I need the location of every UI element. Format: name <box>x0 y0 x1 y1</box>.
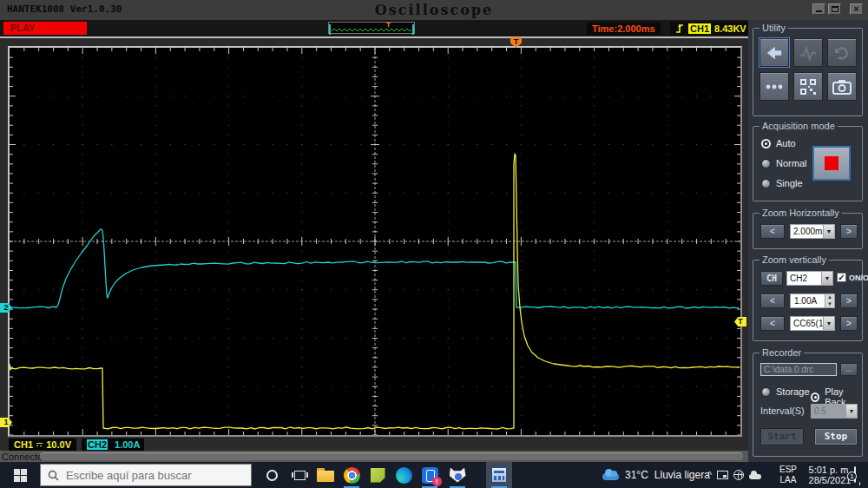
storage-radio[interactable]: Storage <box>761 386 810 397</box>
interval-select[interactable]: 0.5 ▼ <box>811 404 858 419</box>
acq-normal-radio[interactable]: Normal <box>761 158 806 168</box>
scope-screen[interactable] <box>8 46 742 437</box>
more-options-button[interactable] <box>760 72 789 101</box>
probe-select[interactable]: CC65(1m ▼ <box>790 316 835 331</box>
probe-increase-button[interactable]: > <box>840 316 858 331</box>
keyboard-code: LAA <box>779 475 797 485</box>
record-file-path-field[interactable]: C:\data.0.drc <box>760 363 837 376</box>
network-tray-icon[interactable] <box>733 470 744 480</box>
chevron-down-icon: ▼ <box>845 405 857 418</box>
preview-trigger-marker: T <box>386 21 391 29</box>
onoff-label: ON/OFF <box>849 274 868 282</box>
language-indicator[interactable]: ESP LAA <box>779 465 797 485</box>
action-center-button[interactable]: 1 <box>854 467 856 483</box>
start-button[interactable] <box>0 462 40 488</box>
task-view-icon <box>294 471 306 480</box>
screenshot-button[interactable] <box>827 72 857 101</box>
chevron-down-icon: ▼ <box>823 317 834 330</box>
recorder-group: Recorder C:\data.0.drc ... Storage Play … <box>753 353 863 457</box>
channel-select[interactable]: CH2 ▼ <box>786 271 833 286</box>
edge-button[interactable] <box>391 462 417 488</box>
recorder-group-label: Recorder <box>760 347 804 358</box>
acq-auto-radio[interactable]: Auto <box>761 138 796 148</box>
weather-condition: Lluvia ligera <box>654 469 710 481</box>
acq-normal-label: Normal <box>776 158 806 168</box>
chevron-down-icon: ▼ <box>821 272 832 285</box>
weather-cloud-icon <box>602 473 619 480</box>
spinner-arrows-icon[interactable]: ▲▼ <box>825 294 834 307</box>
file-explorer-button[interactable] <box>312 462 339 488</box>
minimize-button[interactable] <box>812 3 825 15</box>
acq-single-radio[interactable]: Single <box>761 178 803 188</box>
trigger-source-label: CH1 <box>688 23 711 34</box>
weather-temp: 31°C <box>625 469 648 481</box>
acq-single-label: Single <box>776 178 803 188</box>
ch1-label: CH1 <box>14 439 33 450</box>
radio-selected-icon <box>811 392 819 402</box>
weather-widget[interactable]: 31°C Lluvia ligera <box>602 462 710 488</box>
channel-onoff-toggle[interactable]: ✓ ON/OFF <box>837 273 868 282</box>
oscilloscope-app-button[interactable] <box>486 462 512 488</box>
qr-code-button[interactable] <box>793 72 823 101</box>
waveform-tool-button[interactable] <box>793 38 823 67</box>
scale-spinner[interactable]: 1.00A ▲▼ <box>790 293 835 308</box>
search-input[interactable] <box>66 469 244 482</box>
utility-app-icon <box>450 468 466 483</box>
phone-app-icon: ! <box>422 467 438 484</box>
task-view-button[interactable] <box>286 462 312 488</box>
timebase-increase-button[interactable]: > <box>840 224 858 239</box>
status-bar: Connected <box>0 451 748 462</box>
zoom-horizontal-group: Zoom Horizontally < 2.000ms ▼ > <box>753 213 863 249</box>
play-button[interactable]: PLAY <box>3 22 87 35</box>
dc-coupling-icon <box>36 443 43 446</box>
tray-expand-chevron[interactable]: ^ <box>707 470 712 480</box>
chrome-button[interactable] <box>339 462 365 488</box>
language-code: ESP <box>779 465 797 475</box>
scale-increase-button[interactable]: > <box>840 293 858 308</box>
scale-value: 1.00A <box>791 294 825 307</box>
timebase-readout: Time:2.000ms <box>587 23 661 35</box>
back-button[interactable] <box>760 38 789 67</box>
undo-arrow-icon <box>833 45 851 61</box>
sticky-notes-button[interactable] <box>365 462 391 488</box>
radio-icon <box>761 159 771 168</box>
search-icon <box>48 470 59 481</box>
close-button[interactable]: × <box>850 3 863 15</box>
camera-icon <box>832 79 852 95</box>
record-start-button[interactable]: Start <box>760 428 804 445</box>
chrome-icon <box>344 467 360 484</box>
undo-button[interactable] <box>827 38 857 67</box>
phone-app-button[interactable]: ! <box>417 462 443 488</box>
onedrive-tray-icon[interactable] <box>749 474 761 479</box>
record-stop-button[interactable]: Stop <box>814 428 858 445</box>
system-tray: ^ <box>707 462 761 488</box>
ch2-label: CH2 <box>87 439 108 450</box>
display-tray-icon[interactable] <box>717 471 728 479</box>
ch2-scale-value: 1.00A <box>115 439 140 450</box>
radio-icon <box>761 179 771 188</box>
timebase-decrease-button[interactable]: < <box>760 224 785 239</box>
folder-icon <box>317 471 334 482</box>
channel-button[interactable]: CH <box>760 271 783 286</box>
timebase-select[interactable]: 2.000ms ▼ <box>790 224 835 239</box>
trigger-edge-icon <box>675 23 685 34</box>
action-center-badge: 1 <box>847 472 857 481</box>
waveform-preview[interactable]: T <box>328 22 415 34</box>
title-bar: HANTEK1008 Ver1.0.30 Oscilloscope × <box>0 0 868 20</box>
timebase-value: 2.000ms <box>791 225 823 238</box>
taskbar-search[interactable] <box>40 464 252 486</box>
utility-app-button[interactable] <box>444 462 470 488</box>
maximize-button[interactable] <box>828 3 841 15</box>
cortana-button[interactable] <box>257 462 286 488</box>
trigger-level-value: 8.43KV <box>714 23 746 34</box>
control-panel: Utility <box>748 20 868 462</box>
browse-button[interactable]: ... <box>840 363 858 376</box>
scale-decrease-button[interactable]: < <box>760 293 785 308</box>
cortana-icon <box>266 470 278 481</box>
sticky-notes-icon <box>371 468 385 483</box>
run-stop-button[interactable] <box>812 146 851 181</box>
probe-decrease-button[interactable]: < <box>760 316 785 331</box>
ch1-scale-readout: CH1 10.0V <box>9 439 76 451</box>
oscilloscope-app-icon <box>491 467 507 483</box>
utility-group-label: Utility <box>760 23 788 33</box>
